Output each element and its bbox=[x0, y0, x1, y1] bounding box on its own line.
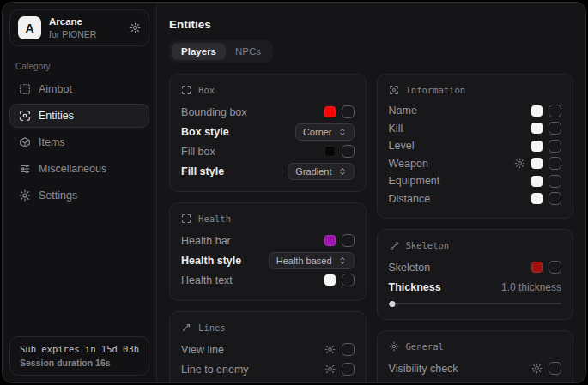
tab-players[interactable]: Players bbox=[172, 43, 226, 60]
sidebar-item-label: Miscellaneous bbox=[39, 163, 106, 175]
sidebar-item-label: Aimbot bbox=[39, 83, 72, 95]
kill-color-swatch[interactable] bbox=[531, 123, 543, 134]
health-bar-label: Health bar bbox=[181, 235, 317, 247]
health-style-label: Health style bbox=[181, 255, 262, 267]
skeleton-row: Skeleton bbox=[389, 257, 561, 277]
gear-icon[interactable] bbox=[324, 344, 336, 355]
level-color-swatch[interactable] bbox=[531, 141, 543, 152]
bounding-box-color-swatch[interactable] bbox=[324, 106, 336, 117]
entity-tabs: Players NPCs bbox=[169, 40, 273, 63]
distance-checkbox[interactable] bbox=[549, 192, 561, 205]
max-distance-row: Max distance 500m bbox=[389, 378, 561, 382]
fill-box-label: Fill box bbox=[181, 146, 317, 158]
bounding-box-checkbox[interactable] bbox=[342, 105, 355, 118]
visibility-check-row: Visibility check bbox=[389, 358, 561, 378]
box-corners-icon bbox=[181, 85, 191, 95]
view-line-row: View line bbox=[181, 340, 354, 359]
sidebar-item-items[interactable]: Items bbox=[9, 130, 149, 154]
kill-checkbox[interactable] bbox=[549, 122, 561, 135]
gear-icon[interactable] bbox=[324, 364, 336, 375]
visibility-check-checkbox[interactable] bbox=[549, 362, 561, 375]
slider-thumb[interactable] bbox=[389, 301, 395, 307]
view-line-label: View line bbox=[181, 344, 317, 356]
health-bar-color-swatch[interactable] bbox=[324, 235, 336, 246]
sidebar-item-settings[interactable]: Settings bbox=[9, 183, 149, 208]
level-checkbox[interactable] bbox=[549, 140, 561, 153]
skeleton-color-swatch[interactable] bbox=[531, 262, 543, 273]
fill-box-row: Fill box bbox=[181, 141, 354, 161]
slider-track bbox=[389, 303, 561, 304]
fill-box-color-swatch[interactable] bbox=[324, 146, 336, 157]
settings-icon bbox=[19, 189, 31, 202]
gear-icon[interactable] bbox=[130, 22, 141, 33]
app-subtitle: for PIONER bbox=[49, 29, 96, 39]
fill-box-checkbox[interactable] bbox=[342, 145, 355, 158]
health-text-color-swatch[interactable] bbox=[324, 274, 336, 286]
sidebar-item-miscellaneous[interactable]: Miscellaneous bbox=[9, 157, 149, 181]
section-title: Lines bbox=[198, 322, 226, 333]
max-distance-value: 500m bbox=[536, 382, 561, 383]
gear-icon[interactable] bbox=[531, 363, 543, 374]
scan-eye-icon bbox=[389, 85, 399, 95]
thickness-label: Thickness bbox=[389, 281, 494, 293]
health-bar-checkbox[interactable] bbox=[342, 234, 355, 247]
line-to-enemy-row: Line to enemy bbox=[181, 359, 354, 379]
general-gear-icon bbox=[389, 341, 399, 352]
sidebar-item-label: Entities bbox=[39, 110, 74, 122]
information-section: Information Name Kill bbox=[377, 74, 573, 219]
thickness-slider[interactable] bbox=[389, 299, 561, 309]
fill-style-dropdown[interactable]: Gradient bbox=[288, 163, 354, 180]
name-checkbox[interactable] bbox=[549, 105, 561, 117]
health-text-checkbox[interactable] bbox=[342, 274, 355, 286]
box-style-row: Box style Corner bbox=[181, 122, 354, 141]
kill-row: Kill bbox=[389, 120, 561, 138]
sidebar-item-label: Settings bbox=[39, 189, 77, 202]
view-line-checkbox[interactable] bbox=[342, 343, 355, 356]
health-style-dropdown[interactable]: Health based bbox=[269, 252, 355, 269]
section-title: Health bbox=[198, 214, 231, 224]
name-color-swatch[interactable] bbox=[531, 105, 543, 117]
equipment-color-swatch[interactable] bbox=[531, 176, 543, 187]
health-section: Health Health bar Health style Health ba… bbox=[169, 202, 366, 301]
weapon-checkbox[interactable] bbox=[549, 157, 561, 170]
app-logo: A bbox=[18, 16, 41, 39]
equipment-checkbox[interactable] bbox=[549, 175, 561, 188]
equipment-label: Equipment bbox=[389, 175, 524, 187]
max-distance-label: Max distance bbox=[389, 382, 529, 383]
box-style-dropdown[interactable]: Corner bbox=[295, 123, 355, 141]
line-to-enemy-checkbox[interactable] bbox=[342, 363, 355, 376]
name-row: Name bbox=[389, 102, 561, 120]
thickness-value: 1.0 thickness bbox=[501, 281, 561, 293]
skeleton-checkbox[interactable] bbox=[549, 261, 561, 274]
session-duration-text: Session duration 16s bbox=[20, 358, 139, 368]
section-title: Box bbox=[198, 85, 215, 95]
app-window: A Arcane for PIONER Category Aimbot Enti… bbox=[2, 2, 586, 383]
miscellaneous-icon bbox=[19, 163, 31, 175]
lines-section: Lines View line Line to enemy bbox=[169, 311, 366, 382]
gear-icon[interactable] bbox=[514, 158, 525, 169]
health-style-row: Health style Health based bbox=[181, 250, 354, 270]
weapon-label: Weapon bbox=[389, 158, 507, 170]
sidebar: A Arcane for PIONER Category Aimbot Enti… bbox=[3, 3, 157, 382]
box-style-value: Corner bbox=[303, 127, 332, 137]
main-panel: Entities Players NPCs Box Bounding box bbox=[157, 3, 585, 382]
health-text-label: Health text bbox=[181, 274, 317, 286]
fill-style-value: Gradient bbox=[295, 166, 331, 177]
chevron-up-down-icon bbox=[338, 256, 347, 265]
distance-label: Distance bbox=[389, 193, 524, 205]
skeleton-section: Skeleton Skeleton Thickness 1.0 thicknes… bbox=[377, 229, 573, 320]
section-title: General bbox=[406, 341, 444, 352]
subscription-info-card: Sub expires in 15d 03h Session duration … bbox=[9, 336, 149, 376]
distance-color-swatch[interactable] bbox=[531, 193, 543, 204]
skeleton-label: Skeleton bbox=[389, 262, 524, 274]
weapon-color-swatch[interactable] bbox=[531, 158, 543, 169]
fill-style-row: Fill style Gradient bbox=[181, 161, 354, 181]
fill-style-label: Fill style bbox=[181, 165, 281, 177]
sidebar-item-entities[interactable]: Entities bbox=[9, 104, 149, 128]
line-to-enemy-label: Line to enemy bbox=[181, 364, 317, 376]
app-name: Arcane bbox=[49, 16, 96, 27]
tab-npcs[interactable]: NPCs bbox=[226, 43, 270, 60]
category-label: Category bbox=[15, 62, 143, 71]
sidebar-item-aimbot[interactable]: Aimbot bbox=[9, 77, 149, 101]
health-bar-row: Health bar bbox=[181, 231, 354, 250]
